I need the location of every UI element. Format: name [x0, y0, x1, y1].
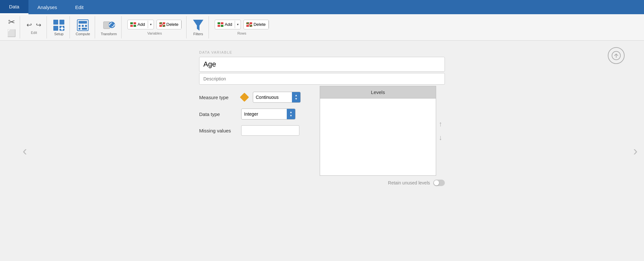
- nav-right-arrow[interactable]: ›: [633, 144, 638, 158]
- svg-rect-20: [163, 22, 165, 24]
- toolbar: ✂ ⬜ ↩ ↪ Edit Setup: [0, 14, 644, 41]
- nav-bar: Data Analyses Edit: [0, 0, 644, 14]
- row-buttons-row: Add ▾ Delete: [215, 20, 269, 29]
- svg-rect-17: [130, 25, 133, 27]
- retain-toggle[interactable]: [433, 180, 445, 186]
- retain-label: Retain unused levels: [388, 180, 430, 185]
- measure-type-icon: [240, 93, 249, 102]
- svg-rect-28: [221, 25, 223, 27]
- svg-rect-9: [82, 25, 84, 27]
- missing-values-input[interactable]: [241, 125, 299, 136]
- levels-header: Levels: [320, 86, 436, 98]
- add-row-icon: [218, 22, 223, 27]
- transform-label: Transform: [101, 32, 117, 36]
- svg-rect-31: [246, 25, 249, 27]
- svg-rect-26: [221, 22, 223, 24]
- undo-redo-group: ↩ ↪: [25, 20, 43, 29]
- redo-button[interactable]: ↪: [35, 20, 43, 29]
- compute-button[interactable]: Compute: [71, 16, 95, 38]
- levels-with-arrows: Levels ↑ ↓: [320, 86, 445, 176]
- svg-rect-27: [218, 25, 220, 27]
- upload-icon: [612, 51, 621, 60]
- undo-button[interactable]: ↩: [25, 20, 33, 29]
- variables-section: Add ▾ Delete Variables: [123, 16, 187, 38]
- retain-row: Retain unused levels: [320, 180, 445, 186]
- svg-rect-18: [134, 25, 136, 27]
- toggle-knob: [434, 180, 439, 185]
- scissors-icon[interactable]: ✂: [8, 17, 15, 27]
- data-type-arrow: ▲ ▼: [287, 109, 295, 119]
- svg-rect-15: [130, 22, 133, 24]
- levels-section: Levels ↑ ↓ Retain unused levels: [320, 86, 445, 186]
- compute-icon: [77, 19, 89, 31]
- svg-rect-16: [134, 22, 136, 24]
- edit-label: Edit: [31, 31, 37, 35]
- levels-arrows: ↑ ↓: [436, 86, 445, 176]
- measure-type-row: Measure type Continuous Ordinal Nominal …: [199, 92, 304, 103]
- measure-type-arrow: ▲ ▼: [292, 92, 300, 102]
- levels-up-arrow[interactable]: ↑: [439, 120, 442, 128]
- delete-variable-button[interactable]: Delete: [156, 20, 182, 29]
- filters-button[interactable]: Filters: [188, 16, 209, 38]
- filters-label: Filters: [193, 32, 203, 36]
- svg-rect-30: [250, 22, 252, 24]
- nav-tab-edit[interactable]: Edit: [66, 0, 93, 14]
- data-type-label: Data type: [199, 111, 238, 117]
- data-type-row: Data type Integer Decimal Text ▲ ▼: [199, 109, 304, 120]
- fields-column: Measure type Continuous Ordinal Nominal …: [199, 86, 304, 186]
- edit-section: ↩ ↪ Edit: [21, 16, 47, 38]
- add-row-button[interactable]: Add ▾: [215, 20, 241, 29]
- setup-label: Setup: [54, 32, 64, 36]
- data-variable-form: DATA VARIABLE Measure type Continuous: [199, 50, 445, 186]
- toolbar-clipboard-section: ✂ ⬜: [3, 16, 20, 38]
- svg-rect-0: [53, 20, 58, 25]
- svg-rect-25: [218, 22, 220, 24]
- svg-rect-2: [53, 26, 58, 31]
- delete-row-icon: [246, 22, 252, 27]
- delete-variable-icon: [159, 22, 165, 27]
- fields-and-levels: Measure type Continuous Ordinal Nominal …: [199, 86, 445, 186]
- section-label: DATA VARIABLE: [199, 50, 445, 54]
- svg-rect-10: [85, 25, 87, 27]
- svg-rect-8: [79, 25, 80, 27]
- rows-label: Rows: [237, 31, 246, 35]
- svg-rect-12: [82, 28, 87, 30]
- svg-rect-1: [59, 20, 64, 25]
- variable-buttons-row: Add ▾ Delete: [127, 20, 182, 29]
- compute-label: Compute: [76, 32, 90, 36]
- transform-button[interactable]: Transform: [96, 16, 122, 38]
- svg-point-5: [61, 27, 63, 30]
- missing-values-label: Missing values: [199, 128, 238, 133]
- delete-row-button[interactable]: Delete: [243, 20, 269, 29]
- levels-panel: Levels: [320, 86, 436, 176]
- add-variable-button[interactable]: Add ▾: [127, 20, 154, 29]
- data-type-select-control[interactable]: Integer Decimal Text ▲ ▼: [241, 109, 295, 120]
- main-area: ‹ DATA VARIABLE Measure type: [0, 41, 644, 261]
- form-area: DATA VARIABLE Measure type Continuous: [0, 41, 644, 261]
- setup-icon: [53, 19, 65, 31]
- upload-button[interactable]: [608, 47, 625, 64]
- measure-type-select-control[interactable]: Continuous Ordinal Nominal ID ▲ ▼: [253, 92, 301, 103]
- add-variable-icon: [130, 22, 136, 27]
- levels-body: [320, 98, 436, 176]
- transform-icon: [103, 19, 115, 31]
- measure-type-select[interactable]: Continuous Ordinal Nominal ID: [253, 93, 292, 101]
- levels-down-arrow[interactable]: ↓: [439, 133, 442, 142]
- description-input[interactable]: [199, 73, 445, 85]
- svg-rect-7: [79, 21, 87, 24]
- missing-values-row: Missing values: [199, 125, 304, 136]
- variable-name-input[interactable]: [199, 57, 445, 72]
- variables-label: Variables: [147, 31, 162, 35]
- svg-rect-11: [79, 28, 80, 30]
- svg-rect-21: [159, 25, 162, 27]
- measure-type-label: Measure type: [199, 95, 238, 100]
- nav-tab-analyses[interactable]: Analyses: [28, 0, 66, 14]
- nav-tab-data[interactable]: Data: [0, 0, 28, 14]
- clipboard-icon[interactable]: ⬜: [7, 29, 16, 37]
- setup-button[interactable]: Setup: [48, 16, 70, 38]
- rows-section: Add ▾ Delete Rows: [210, 16, 274, 38]
- svg-marker-24: [193, 20, 203, 31]
- nav-left-arrow[interactable]: ‹: [23, 144, 27, 158]
- filters-icon: [192, 19, 204, 31]
- data-type-select[interactable]: Integer Decimal Text: [242, 110, 287, 118]
